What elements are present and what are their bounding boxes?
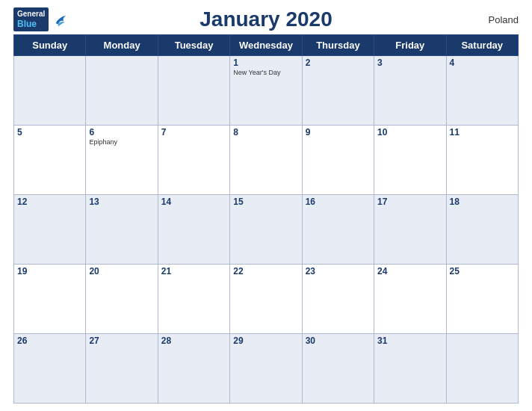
calendar-cell: 30 <box>302 334 374 404</box>
calendar-cell: 1New Year's Day <box>230 56 302 126</box>
logo: General Blue <box>13 7 68 32</box>
calendar-cell: 2 <box>302 56 374 126</box>
day-number: 6 <box>89 127 154 137</box>
day-number: 29 <box>233 336 298 346</box>
weekday-monday: Monday <box>86 35 158 56</box>
calendar-cell: 14 <box>158 195 229 265</box>
day-number: 22 <box>233 266 298 276</box>
day-number: 16 <box>306 197 371 207</box>
day-number: 13 <box>89 197 154 207</box>
day-number: 25 <box>450 266 515 276</box>
calendar-cell: 22 <box>230 265 302 334</box>
calendar-cell: 8 <box>230 126 302 195</box>
calendar-cell: 5 <box>14 126 86 195</box>
calendar-cell: 15 <box>230 195 302 265</box>
day-number: 28 <box>161 336 226 346</box>
day-number: 27 <box>89 336 154 346</box>
calendar-cell: 10 <box>374 126 446 195</box>
calendar-cell: 23 <box>302 265 374 334</box>
calendar-week-4: 19202122232425 <box>14 265 519 334</box>
holiday-label: New Year's Day <box>233 69 298 77</box>
day-number: 18 <box>450 197 515 207</box>
calendar-cell: 20 <box>86 265 158 334</box>
month-title: January 2020 <box>200 7 332 31</box>
calendar-cell: 7 <box>158 126 229 195</box>
day-number: 24 <box>377 266 442 276</box>
day-number: 21 <box>161 266 226 276</box>
calendar-cell: 11 <box>446 126 518 195</box>
day-number: 15 <box>233 197 298 207</box>
calendar-cell: 13 <box>86 195 158 265</box>
calendar-week-1: 1New Year's Day234 <box>14 56 519 126</box>
calendar-cell: 29 <box>230 334 302 404</box>
calendar-cell: 19 <box>14 265 86 334</box>
calendar-cell: 18 <box>446 195 518 265</box>
calendar-cell: 21 <box>158 265 229 334</box>
day-number: 10 <box>377 127 442 137</box>
calendar-cell: 24 <box>374 265 446 334</box>
day-number: 7 <box>161 127 226 137</box>
day-number: 8 <box>233 127 298 137</box>
weekday-header-row: SundayMondayTuesdayWednesdayThursdayFrid… <box>14 35 519 56</box>
country-label: Poland <box>489 14 519 25</box>
day-number: 5 <box>17 127 82 137</box>
weekday-sunday: Sunday <box>14 35 86 56</box>
day-number: 19 <box>17 266 82 276</box>
weekday-thursday: Thursday <box>302 35 374 56</box>
day-number: 23 <box>306 266 371 276</box>
calendar-table: SundayMondayTuesdayWednesdayThursdayFrid… <box>13 34 519 404</box>
calendar-cell: 4 <box>446 56 518 126</box>
calendar-cell: 6Epiphany <box>86 126 158 195</box>
calendar-header: General Blue January 2020 Poland <box>13 7 519 31</box>
logo-general-text: General <box>17 9 45 19</box>
day-number: 3 <box>377 58 442 68</box>
day-number: 1 <box>233 58 298 68</box>
day-number: 20 <box>89 266 154 276</box>
calendar-cell: 17 <box>374 195 446 265</box>
day-number: 4 <box>450 58 515 68</box>
logo-blue-text: Blue <box>17 19 45 31</box>
logo-bird-icon <box>52 11 68 28</box>
day-number: 31 <box>377 336 442 346</box>
calendar-week-3: 12131415161718 <box>14 195 519 265</box>
calendar-cell: 3 <box>374 56 446 126</box>
day-number: 26 <box>17 336 82 346</box>
day-number: 14 <box>161 197 226 207</box>
weekday-wednesday: Wednesday <box>230 35 302 56</box>
day-number: 9 <box>306 127 371 137</box>
day-number: 17 <box>377 197 442 207</box>
calendar-week-2: 56Epiphany7891011 <box>14 126 519 195</box>
day-number: 11 <box>450 127 515 137</box>
day-number: 30 <box>306 336 371 346</box>
weekday-friday: Friday <box>374 35 446 56</box>
calendar-cell: 25 <box>446 265 518 334</box>
calendar-cell: 28 <box>158 334 229 404</box>
calendar-cell <box>446 334 518 404</box>
calendar-cell: 12 <box>14 195 86 265</box>
day-number: 2 <box>306 58 371 68</box>
calendar-week-5: 262728293031 <box>14 334 519 404</box>
day-number: 12 <box>17 197 82 207</box>
calendar-cell <box>158 56 229 126</box>
calendar-cell <box>86 56 158 126</box>
calendar-cell: 16 <box>302 195 374 265</box>
calendar-cell: 9 <box>302 126 374 195</box>
holiday-label: Epiphany <box>89 138 154 146</box>
calendar-cell: 26 <box>14 334 86 404</box>
calendar-cell <box>14 56 86 126</box>
logo-text: General Blue <box>13 7 49 32</box>
calendar-cell: 31 <box>374 334 446 404</box>
weekday-saturday: Saturday <box>446 35 518 56</box>
weekday-tuesday: Tuesday <box>158 35 229 56</box>
calendar-cell: 27 <box>86 334 158 404</box>
